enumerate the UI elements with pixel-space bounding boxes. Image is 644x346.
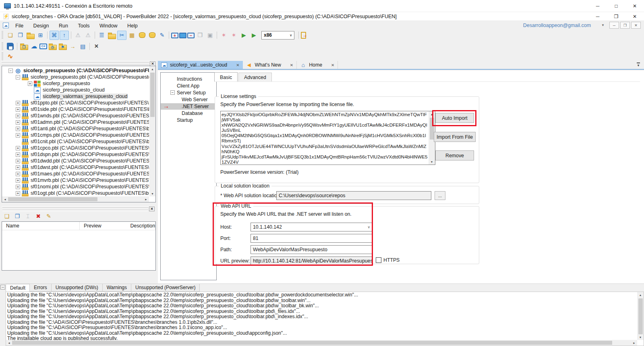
tree-item[interactable]: + sf01ogt.pbl (C:\ADA\SICOF\Presupuesto\… xyxy=(2,190,149,196)
tree-item[interactable]: + sf01dwst.pbl (C:\ADA\SICOF\Presupuesto… xyxy=(2,164,149,171)
document-tab[interactable]: ☁ sicoferp_val...uesto_cloud ✕ xyxy=(158,61,243,69)
solution-location-input[interactable]: C:\Users\devops\source\repos xyxy=(276,191,431,200)
license-textbox[interactable]: eyJQYXlsb2FkIjoiOGprbkRoZlFEWkJ4djNObmZL… xyxy=(220,111,435,165)
system-tree-rebar[interactable]: ✕ xyxy=(1,61,156,66)
nav-item[interactable]: Database xyxy=(161,110,216,117)
nav-expander-icon[interactable] xyxy=(170,83,175,88)
toolbar-button[interactable]: − xyxy=(187,33,195,38)
tree-expander-icon[interactable]: + xyxy=(16,133,20,138)
toolbar-button[interactable]: ❒ xyxy=(195,31,205,40)
tree-item[interactable]: + sf01anti.pbl (C:\ADA\SICOF\Presupuesto… xyxy=(2,125,149,132)
toolbar-button[interactable]: ⊞ xyxy=(36,31,45,40)
tab-close-icon[interactable]: ✕ xyxy=(236,63,239,67)
tab-basic[interactable]: Basic xyxy=(214,72,238,81)
toolbar-button[interactable]: ▶ xyxy=(249,31,259,40)
nav-expander-icon[interactable] xyxy=(170,111,175,115)
tree-item[interactable]: − sicoferp_presupuesto.pbl (C:\ADA\SICOF… xyxy=(2,74,149,80)
tree-item[interactable]: − sicoferp_presupuesto (C:\ADA\SICOF\Pre… xyxy=(2,67,149,74)
tree-item[interactable]: + sf01mvrb.pbl (C:\ADA\SICOF\Presupuesto… xyxy=(2,177,149,183)
tree-item[interactable]: + sf01maes.pbl (C:\ADA\SICOF\Presupuesto… xyxy=(2,171,149,177)
tree-expander-icon[interactable]: + xyxy=(16,165,20,170)
panel-splitter[interactable] xyxy=(0,202,157,206)
toolbar-button[interactable]: ❐ xyxy=(12,212,22,221)
toolbar-button[interactable]: + xyxy=(171,33,178,38)
menu-item[interactable]: Tools xyxy=(74,22,93,29)
tree-expander-icon[interactable]: + xyxy=(16,185,20,189)
nav-expander-icon[interactable] xyxy=(170,118,175,122)
nav-item[interactable]: Instructions xyxy=(161,76,216,82)
output-vertical-scrollbar[interactable]: ▲ ▼ xyxy=(637,292,644,340)
toolbar-button[interactable]: ↑ xyxy=(60,31,69,40)
toolbar-button[interactable]: ▶ xyxy=(239,31,248,40)
tree-expander-icon[interactable]: + xyxy=(16,101,20,105)
object-list-rebar[interactable]: ✕ xyxy=(2,206,155,211)
import-from-file-button[interactable]: Import From File xyxy=(434,132,476,142)
account-link[interactable]: Desarrolloappeon@gmail.com xyxy=(523,23,591,28)
column-header[interactable]: Description xyxy=(126,222,155,230)
column-header[interactable]: Preview xyxy=(80,222,126,230)
output-tab[interactable]: Unsupported (PowerServer) xyxy=(131,284,200,292)
nav-item[interactable]: − Server Setup xyxy=(161,90,216,96)
toolbar-button[interactable]: ⚑ xyxy=(58,42,67,51)
toolbar-button[interactable] xyxy=(147,31,157,40)
target-platform-select[interactable]: x86 ∨ xyxy=(261,31,294,40)
scrollbar-thumb[interactable] xyxy=(12,341,612,345)
tree-expander-icon[interactable]: + xyxy=(16,159,20,163)
toolbar-button[interactable] xyxy=(70,31,72,40)
menu-item[interactable]: Help xyxy=(123,22,142,29)
tree-item[interactable]: sf01cnit.pbl (C:\ADA\SICOF\Presupuesto\F… xyxy=(2,138,149,145)
toolbar-button[interactable]: ❏ xyxy=(6,31,15,40)
toolbar-button[interactable] xyxy=(6,42,15,51)
toolbar-button[interactable]: ❏ xyxy=(2,212,12,221)
tree-item[interactable]: + sf01side.pbl (C:\ADA\SICOF\Presupuesto… xyxy=(2,106,149,113)
toolbar-button[interactable]: ▣ xyxy=(205,31,215,40)
toolbar-button[interactable] xyxy=(179,33,186,38)
scroll-left-icon[interactable]: ◄ xyxy=(2,196,8,202)
https-checkbox[interactable] xyxy=(376,257,381,263)
nav-expander-icon[interactable] xyxy=(170,97,175,102)
scroll-down-icon[interactable]: ▼ xyxy=(429,159,435,165)
tree-vertical-scrollbar[interactable]: ▲ ▼ xyxy=(149,66,155,196)
browse-button[interactable]: ... xyxy=(435,191,445,200)
mdi-close-button[interactable]: ✕ xyxy=(631,22,641,29)
tree-expander-icon[interactable]: + xyxy=(16,178,20,183)
toolbar-button[interactable] xyxy=(16,42,19,51)
toolbar-button[interactable]: C# xyxy=(39,44,47,49)
toolbar-button[interactable] xyxy=(93,31,96,40)
toolbar-button[interactable]: ⚠ xyxy=(73,31,83,40)
tree-expander-icon[interactable]: − xyxy=(16,75,20,79)
nav-item[interactable]: Web Server xyxy=(161,96,216,103)
document-tab[interactable]: ⌂ Home ✕ xyxy=(297,61,338,69)
tree-expander-icon[interactable]: − xyxy=(8,69,13,73)
tree-item[interactable]: + sf01ppto.pbl (C:\ADA\SICOF\Presupuesto… xyxy=(2,100,149,106)
tab-advanced[interactable]: Advanced xyxy=(238,73,272,81)
tree-expander-icon[interactable]: + xyxy=(16,120,20,125)
scroll-up-icon[interactable]: ▲ xyxy=(149,66,155,72)
toolbar-button[interactable] xyxy=(46,31,49,40)
output-tab[interactable]: Default xyxy=(6,284,30,292)
output-tab[interactable]: Warnings xyxy=(103,284,131,292)
toolbar-button[interactable]: → xyxy=(68,42,77,51)
toolbar-button[interactable]: ▦ xyxy=(127,31,137,40)
nav-expander-icon[interactable]: − xyxy=(170,90,175,95)
toolbar-button[interactable]: ⚠ xyxy=(83,31,93,40)
document-system-menu-icon[interactable]: ☁ xyxy=(3,23,9,28)
tree-expander-icon[interactable]: + xyxy=(16,191,20,196)
tree-item[interactable]: + sf01dspn.pbl (C:\ADA\SICOF\Presupuesto… xyxy=(2,151,149,158)
output-horizontal-scrollbar[interactable]: ◄ ► xyxy=(6,340,637,346)
toolbar-button[interactable]: ✕ xyxy=(92,42,101,51)
remove-button[interactable]: Remove xyxy=(435,150,474,160)
tree-expander-icon[interactable]: + xyxy=(16,146,20,150)
toolbar-button[interactable]: ✖ xyxy=(33,212,43,221)
toolbar-button[interactable] xyxy=(137,31,147,40)
output-tab[interactable]: Unsupported (DWs) xyxy=(52,284,103,292)
scroll-down-icon[interactable]: ▼ xyxy=(149,191,155,196)
toolbar-button[interactable]: ✂ xyxy=(117,31,126,40)
tree-expander-icon[interactable] xyxy=(16,140,20,144)
toolbar-button[interactable]: ⌘ xyxy=(50,31,59,40)
app-close-button[interactable]: ✕ xyxy=(625,12,644,21)
toolbar-button[interactable]: ☰ xyxy=(97,31,106,40)
tree-item[interactable]: + sf01cmps.pbl (C:\ADA\SICOF\Presupuesto… xyxy=(2,132,149,138)
scroll-down-icon[interactable]: ▼ xyxy=(638,334,644,340)
app-minimize-button[interactable]: ─ xyxy=(588,12,607,21)
